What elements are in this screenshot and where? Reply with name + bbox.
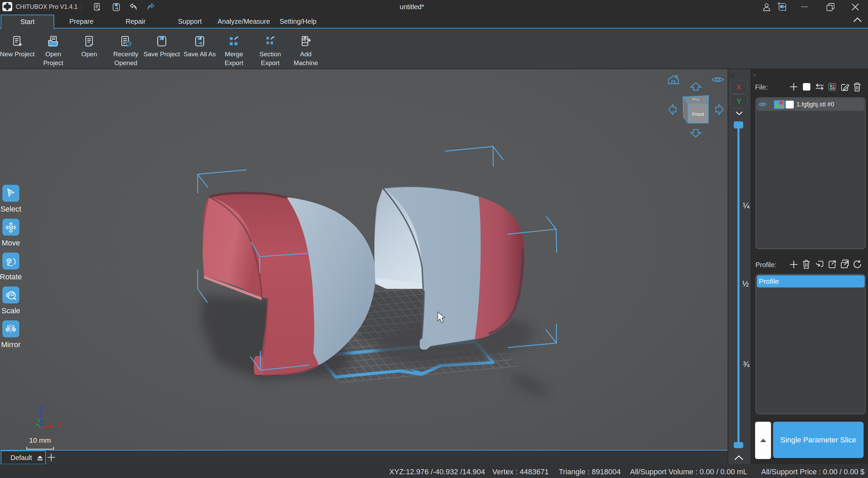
svg-text:10 mm: 10 mm (29, 436, 51, 444)
svg-text:Z: Z (39, 404, 44, 414)
svg-text:Y: Y (37, 416, 41, 424)
svg-text:X: X (58, 421, 63, 429)
svg-text:Top: Top (692, 98, 699, 101)
svg-text:Front: Front (692, 111, 704, 117)
